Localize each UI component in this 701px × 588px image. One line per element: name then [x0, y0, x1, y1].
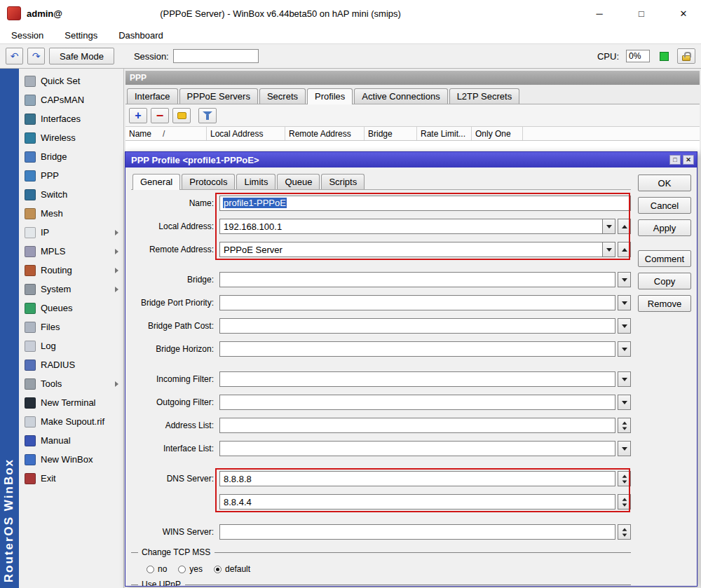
column-bridge[interactable]: Bridge: [365, 127, 417, 140]
tab-profiles[interactable]: Profiles: [307, 88, 353, 104]
tab-l2tp-secrets[interactable]: L2TP Secrets: [449, 88, 520, 104]
bridge-port-priority-dropdown-button[interactable]: [618, 295, 631, 310]
sidebar-item-bridge[interactable]: Bridge: [19, 147, 123, 166]
sidebar-item-ip[interactable]: IP: [19, 223, 123, 242]
filter-button[interactable]: [198, 108, 217, 123]
interface-list-dropdown-button[interactable]: [618, 441, 631, 456]
dns-server2-spinner-button[interactable]: [618, 494, 631, 510]
outgoing-filter-dropdown-button[interactable]: [618, 395, 631, 410]
tab-active-connections[interactable]: Active Connections: [354, 88, 447, 104]
redo-button[interactable]: ↷: [27, 48, 45, 64]
sidebar-item-ppp[interactable]: PPP: [19, 166, 123, 185]
close-button[interactable]: ✕: [673, 8, 694, 19]
sidebar-item-log[interactable]: Log: [19, 336, 123, 355]
address-list-spinner-button[interactable]: [618, 418, 631, 433]
sidebar-item-label: IP: [41, 227, 49, 238]
remote-address-input[interactable]: [219, 242, 603, 257]
column-rate-limit[interactable]: Rate Limit...: [417, 127, 472, 140]
address-list-input[interactable]: [219, 418, 615, 433]
column-local-address[interactable]: Local Address: [207, 127, 285, 140]
undo-button[interactable]: ↶: [6, 48, 23, 64]
sidebar-item-new-terminal[interactable]: New Terminal: [19, 393, 123, 412]
column-remote-address[interactable]: Remote Address: [285, 127, 365, 140]
minimize-button[interactable]: ─: [589, 8, 610, 19]
remote-address-up-button[interactable]: [618, 242, 631, 257]
tab-pppoe-servers[interactable]: PPPoE Servers: [179, 88, 258, 104]
sidebar-item-interfaces[interactable]: Interfaces: [19, 109, 123, 128]
sidebar-item-tools[interactable]: Tools: [19, 374, 123, 393]
ok-button[interactable]: OK: [638, 175, 691, 191]
sidebar-item-new-winbox[interactable]: New WinBox: [19, 450, 123, 469]
sidebar-item-files[interactable]: Files: [19, 317, 123, 336]
sidebar-item-make-supout[interactable]: Make Supout.rif: [19, 412, 123, 431]
outgoing-filter-input[interactable]: [219, 395, 615, 410]
menu-session[interactable]: Session: [8, 29, 46, 42]
tab-limits[interactable]: Limits: [236, 174, 275, 189]
copy-button[interactable]: Copy: [638, 273, 691, 289]
column-only-one[interactable]: Only One: [472, 127, 523, 140]
tcp-mss-option-no[interactable]: no: [147, 564, 167, 574]
incoming-filter-dropdown-button[interactable]: [618, 371, 631, 387]
sidebar-item-capsman[interactable]: CAPsMAN: [19, 90, 123, 109]
column-name[interactable]: Name/: [125, 127, 207, 140]
dialog-close-button[interactable]: ✕: [683, 155, 694, 165]
sidebar-item-exit[interactable]: Exit: [19, 469, 123, 488]
sidebar-item-manual[interactable]: Manual: [19, 431, 123, 450]
bridge-port-priority-input[interactable]: [219, 295, 615, 310]
bridge-path-cost-dropdown-button[interactable]: [618, 318, 631, 334]
tab-secrets[interactable]: Secrets: [259, 88, 306, 104]
dns-server-spinner-button[interactable]: [618, 471, 631, 486]
sidebar-item-mesh[interactable]: Mesh: [19, 204, 123, 223]
name-input[interactable]: profile1-PPPoE: [219, 196, 631, 211]
comment-button[interactable]: Comment: [638, 250, 691, 267]
bridge-dropdown-button[interactable]: [618, 272, 631, 287]
local-address-input[interactable]: [219, 219, 603, 234]
remove-button[interactable]: Remove: [638, 295, 691, 312]
bridge-horizon-input[interactable]: [219, 341, 615, 357]
dns-server-input[interactable]: [219, 471, 615, 486]
comment-button[interactable]: [172, 108, 191, 123]
add-button[interactable]: +: [129, 108, 147, 123]
session-user: admin@: [27, 8, 62, 19]
sidebar-item-label: CAPsMAN: [41, 95, 84, 105]
sidebar-item-radius[interactable]: RADIUS: [19, 355, 123, 374]
local-address-dropdown-button[interactable]: [602, 219, 615, 234]
incoming-filter-input[interactable]: [219, 371, 615, 387]
cancel-button[interactable]: Cancel: [638, 197, 691, 214]
sidebar-item-queues[interactable]: Queues: [19, 299, 123, 317]
tab-general[interactable]: General: [132, 174, 180, 190]
sidebar-item-routing[interactable]: Routing: [19, 261, 123, 280]
menu-settings[interactable]: Settings: [62, 29, 100, 42]
sidebar-item-system[interactable]: System: [19, 280, 123, 299]
wins-server-input[interactable]: [219, 524, 615, 540]
tab-interface[interactable]: Interface: [127, 88, 178, 104]
incoming-filter-label: Incoming Filter:: [131, 374, 219, 384]
sidebar-item-mpls[interactable]: MPLS: [19, 242, 123, 261]
ppp-toolbar: + −: [125, 104, 700, 127]
menu-dashboard[interactable]: Dashboard: [116, 29, 166, 42]
session-input[interactable]: [173, 49, 259, 63]
dialog-maximize-button[interactable]: □: [669, 155, 681, 165]
tcp-mss-option-default[interactable]: default: [214, 564, 250, 574]
safe-mode-button[interactable]: Safe Mode: [49, 48, 114, 64]
remote-address-dropdown-button[interactable]: [602, 242, 615, 257]
ip-icon: [25, 227, 36, 238]
local-address-up-button[interactable]: [618, 219, 631, 234]
bridge-horizon-dropdown-button[interactable]: [618, 341, 631, 357]
wins-server-spinner-button[interactable]: [618, 524, 631, 540]
sidebar-item-switch[interactable]: Switch: [19, 185, 123, 204]
dialog-titlebar[interactable]: PPP Profile <profile1-PPPoE> □ ✕: [125, 152, 697, 167]
bridge-input[interactable]: [219, 272, 615, 287]
apply-button[interactable]: Apply: [638, 219, 691, 236]
sidebar-item-wireless[interactable]: Wireless: [19, 128, 123, 147]
dns-server2-input[interactable]: [219, 494, 615, 510]
tab-protocols[interactable]: Protocols: [182, 174, 235, 189]
bridge-path-cost-input[interactable]: [219, 318, 615, 334]
tcp-mss-option-yes[interactable]: yes: [178, 564, 203, 574]
tab-scripts[interactable]: Scripts: [321, 174, 365, 189]
tab-queue[interactable]: Queue: [277, 174, 320, 189]
sidebar-item-quick-set[interactable]: Quick Set: [19, 71, 123, 90]
maximize-button[interactable]: □: [631, 8, 652, 19]
remove-button[interactable]: −: [151, 108, 169, 123]
interface-list-input[interactable]: [219, 441, 615, 456]
